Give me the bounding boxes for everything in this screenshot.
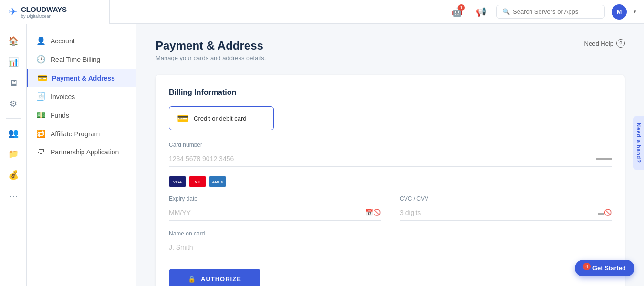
avatar-chevron-icon[interactable]: ▾: [634, 9, 636, 15]
sidebar-icon-team[interactable]: 👥: [4, 123, 23, 143]
expiry-input[interactable]: [169, 205, 381, 221]
billing-clock-icon: 🕐: [36, 55, 46, 64]
nav-partnership[interactable]: 🛡 Partnership Application: [27, 143, 136, 161]
expiry-label: Expiry date: [169, 195, 381, 202]
need-help-button[interactable]: Need Help ?: [584, 39, 625, 48]
nav-account[interactable]: 👤 Account: [27, 31, 136, 50]
invoices-icon: 🧾: [36, 92, 46, 101]
sidebar-divider: [6, 118, 21, 119]
get-started-label: Get Started: [592, 265, 626, 272]
partnership-icon: 🛡: [36, 148, 46, 156]
lock-icon: 🔒: [188, 276, 196, 283]
get-started-badge: 4: [583, 263, 591, 270]
nav-affiliate[interactable]: 🔁 Affiliate Program: [27, 124, 136, 143]
logo-text: CLOUDWAYS: [21, 5, 67, 13]
sidebar-icon-home[interactable]: 🏠: [4, 31, 23, 51]
notification-badge: 1: [458, 4, 465, 11]
cvc-field: CVC / CVV ▬🚫: [400, 195, 612, 221]
get-started-icon-wrap: ✈ 4: [583, 265, 589, 272]
help-circle-icon: ?: [616, 39, 625, 48]
search-bar[interactable]: 🔍: [496, 5, 605, 19]
nav-funds-label: Funds: [51, 112, 69, 119]
card-number-wrapper: ▬▬: [169, 151, 612, 167]
nav-invoices-label: Invoices: [51, 93, 75, 101]
nav-account-label: Account: [51, 37, 75, 45]
cvc-wrapper: ▬🚫: [400, 205, 612, 221]
payment-icon: 💳: [38, 73, 47, 82]
amex-logo: AMEX: [209, 176, 226, 187]
sidebar-icon-billing[interactable]: 💰: [4, 165, 23, 184]
sidebar-icon-more[interactable]: ⋯: [4, 186, 23, 205]
nav-invoices[interactable]: 🧾 Invoices: [27, 87, 136, 106]
expiry-wrapper: 📅🚫: [169, 205, 381, 221]
need-help-label: Need Help: [584, 40, 613, 47]
nav-affiliate-label: Affiliate Program: [51, 130, 100, 138]
account-icon: 👤: [36, 36, 46, 45]
name-input[interactable]: [169, 240, 612, 255]
sidebar-icon-servers[interactable]: 🖥: [4, 73, 23, 92]
get-started-button[interactable]: ✈ 4 Get Started: [575, 260, 634, 276]
nav-funds[interactable]: 💵 Funds: [27, 106, 136, 124]
nav-payment-label: Payment & Address: [52, 74, 115, 82]
logo-icon: ✈: [9, 6, 17, 18]
page-subtitle: Manage your cards and address details.: [156, 54, 266, 61]
card-number-label: Card number: [169, 142, 612, 148]
card-type-icon: ▬▬: [596, 153, 612, 162]
announcements-button[interactable]: 📢: [472, 3, 489, 20]
nav-payment-address[interactable]: 💳 Payment & Address: [27, 69, 136, 87]
billing-card: Billing Information 💳 Credit or debit ca…: [156, 75, 625, 286]
cvc-icon: ▬🚫: [598, 209, 612, 216]
payment-method-selector[interactable]: 💳 Credit or debit card: [169, 106, 274, 130]
page-title-group: Payment & Address Manage your cards and …: [156, 39, 266, 61]
sidebar-icon-files[interactable]: 📁: [4, 144, 23, 163]
calendar-icon: 📅🚫: [365, 209, 381, 216]
avatar-button[interactable]: M: [612, 4, 627, 20]
name-field: Name on card: [169, 230, 612, 255]
icon-sidebar: 🏠 📊 🖥 ⚙ 👥 📁 💰 ⋯: [0, 24, 27, 286]
billing-section-title: Billing Information: [169, 88, 612, 97]
nav-sidebar: 👤 Account 🕐 Real Time Billing 💳 Payment …: [27, 24, 136, 286]
side-help-panel[interactable]: Need a hand?: [633, 116, 644, 170]
topbar: ✈ CLOUDWAYS by DigitalOcean 🤖 1 📢 🔍 M ▾: [0, 0, 644, 24]
search-input[interactable]: [513, 8, 599, 15]
sidebar-icon-dashboard[interactable]: 📊: [4, 52, 23, 72]
logo: ✈ CLOUDWAYS by DigitalOcean: [0, 0, 110, 24]
affiliate-icon: 🔁: [36, 129, 46, 138]
logo-sub: by DigitalOcean: [21, 14, 67, 19]
topbar-right: 🤖 1 📢 🔍 M ▾: [110, 3, 644, 20]
funds-icon: 💵: [36, 111, 46, 120]
name-label: Name on card: [169, 230, 612, 237]
nav-billing-label: Real Time Billing: [51, 56, 100, 63]
card-number-input[interactable]: [169, 151, 612, 167]
search-icon: 🔍: [502, 8, 510, 15]
cvc-label: CVC / CVV: [400, 195, 612, 202]
card-logos: VISA MC AMEX: [169, 176, 612, 187]
page-header: Payment & Address Manage your cards and …: [156, 39, 625, 61]
expiry-field: Expiry date 📅🚫: [169, 195, 381, 221]
authorize-label: AUTHORIZE: [201, 276, 241, 283]
expiry-cvc-row: Expiry date 📅🚫 CVC / CVV ▬🚫: [169, 195, 612, 230]
nav-partnership-label: Partnership Application: [51, 148, 119, 156]
page-title: Payment & Address: [156, 39, 266, 52]
payment-method-label: Credit or debit card: [194, 115, 247, 122]
main-content: Payment & Address Manage your cards and …: [136, 24, 644, 286]
visa-logo: VISA: [169, 176, 186, 187]
cvc-input[interactable]: [400, 205, 612, 221]
mastercard-logo: MC: [189, 176, 206, 187]
card-number-field: Card number ▬▬: [169, 142, 612, 167]
credit-card-icon: 💳: [177, 112, 189, 124]
nav-real-time-billing[interactable]: 🕐 Real Time Billing: [27, 50, 136, 69]
notifications-button[interactable]: 🤖 1: [448, 3, 466, 20]
sidebar-icon-apps[interactable]: ⚙: [4, 94, 23, 113]
authorize-button[interactable]: 🔒 AUTHORIZE: [169, 269, 260, 286]
